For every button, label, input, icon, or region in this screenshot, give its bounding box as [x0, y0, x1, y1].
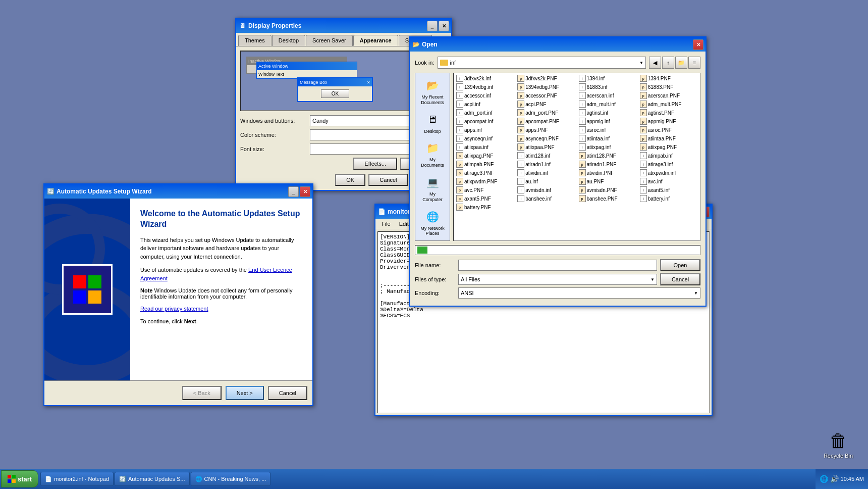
list-item[interactable]: iatimpab.inf [638, 152, 699, 160]
list-item[interactable]: pacpi.PNF [516, 100, 576, 108]
files-of-type-combo[interactable]: All Files [458, 274, 657, 285]
open-dialog-close-btn[interactable]: ✕ [693, 39, 703, 50]
cancel-btn[interactable]: Cancel [660, 273, 700, 285]
look-in-combo[interactable]: inf [438, 57, 646, 69]
sidebar-network-places[interactable]: 🌐 My NetworkPlaces [415, 207, 450, 239]
list-item[interactable]: iagtinst.inf [577, 109, 638, 117]
list-item[interactable]: iatividin.inf [516, 169, 576, 177]
updates-close-btn[interactable]: ✕ [300, 186, 310, 197]
list-item[interactable]: p3dfxvs2k.PNF [516, 74, 576, 82]
list-item[interactable]: iavmisdn.inf [516, 186, 576, 194]
sidebar-my-computer[interactable]: 💻 MyComputer [415, 172, 450, 205]
list-item[interactable]: padm_mult.PNF [638, 100, 699, 108]
back-nav-btn[interactable]: ◀ [649, 57, 661, 69]
list-item[interactable]: patiintaa.PNF [638, 134, 699, 142]
list-item[interactable]: pau.PNF [577, 177, 638, 185]
list-item[interactable]: pappmig.PNF [638, 117, 699, 125]
filename-input[interactable] [458, 260, 657, 271]
tab-screensaver[interactable]: Screen Saver [306, 35, 353, 46]
list-item[interactable]: pacerscan.PNF [638, 91, 699, 100]
display-minimize-btn[interactable]: _ [427, 21, 438, 31]
list-item[interactable]: iatim128.inf [516, 152, 576, 160]
list-item[interactable]: p1394vdbg.PNF [516, 83, 576, 91]
list-item[interactable]: iavc.inf [638, 177, 699, 185]
list-item[interactable]: i3dfxvs2k.inf [455, 74, 515, 82]
list-item[interactable]: papcompat.PNF [516, 117, 576, 125]
list-item[interactable]: padm_port.PNF [516, 109, 576, 117]
list-item[interactable]: iasynceqn.inf [455, 134, 515, 142]
list-item[interactable]: iatiixpaa.inf [455, 143, 515, 151]
list-item[interactable]: i1394.inf [577, 74, 638, 82]
taskbar-item-notepad[interactable]: 📄 monitor2.inf - Notepad [40, 472, 114, 486]
recycle-bin[interactable]: 🗑 Recycle Bin [824, 430, 853, 459]
list-item[interactable]: patiixpaa.PNF [516, 143, 576, 151]
privacy-link[interactable]: Read our privacy statement [140, 306, 208, 312]
list-item[interactable]: iaccessor.inf [455, 91, 515, 100]
new-folder-btn[interactable]: 📁 [675, 57, 687, 69]
up-nav-btn[interactable]: ↑ [662, 57, 674, 69]
list-item[interactable]: pasynceqn.PNF [516, 134, 576, 142]
list-item[interactable]: patiixpag.PNF [638, 143, 699, 151]
list-item[interactable]: pavmisdn.PNF [577, 186, 638, 194]
display-close-btn[interactable]: ✕ [439, 21, 449, 31]
list-item[interactable]: patividin.PNF [577, 169, 638, 177]
encoding-combo[interactable]: ANSI [458, 287, 700, 299]
list-item[interactable]: pbanshee.PNF [577, 194, 638, 203]
updates-wizard-titlebar[interactable]: 🔄 Automatic Updates Setup Wizard _ ✕ [44, 184, 312, 199]
list-item[interactable]: p1394.PNF [638, 74, 699, 82]
msg-ok-btn[interactable]: OK [321, 89, 349, 98]
list-item[interactable]: iau.inf [516, 177, 576, 185]
list-item[interactable]: iatiradn1.inf [516, 160, 576, 168]
back-btn[interactable]: < Back [182, 386, 222, 400]
taskbar-item-updates[interactable]: 🔄 Automatic Updates S... [115, 472, 190, 486]
list-item[interactable]: iadm_mult.inf [577, 100, 638, 108]
sidebar-my-docs[interactable]: 📁 MyDocuments [415, 138, 450, 170]
list-item[interactable]: paccessor.PNF [516, 91, 576, 100]
tab-themes[interactable]: Themes [238, 35, 272, 46]
list-item[interactable]: iappmig.inf [577, 117, 638, 125]
display-cancel-btn[interactable]: Cancel [368, 174, 408, 186]
effects-btn[interactable]: Effects... [353, 158, 397, 170]
list-item[interactable]: iadm_port.inf [455, 109, 515, 117]
list-item[interactable]: ibanshee.inf [516, 194, 576, 203]
list-item[interactable]: iapps.inf [455, 126, 515, 134]
sidebar-recent-docs[interactable]: 📂 My RecentDocuments [415, 75, 450, 108]
display-props-titlebar[interactable]: 🖥 Display Properties _ ✕ [236, 19, 451, 33]
tab-desktop[interactable]: Desktop [272, 35, 305, 46]
taskbar-item-cnn[interactable]: 🌐 CNN - Breaking News, ... [191, 472, 271, 486]
list-item[interactable]: pasroc.PNF [638, 126, 699, 134]
list-item[interactable]: iaxant5.inf [638, 186, 699, 194]
list-item[interactable]: iacpi.inf [455, 100, 515, 108]
list-item[interactable]: patiradn1.PNF [577, 160, 638, 168]
list-item[interactable]: iatiixpag.inf [577, 143, 638, 151]
list-item[interactable]: pbattery.PNF [455, 203, 515, 211]
list-item[interactable]: p61883.PNF [638, 83, 699, 91]
list-item[interactable]: iacerscan.inf [577, 91, 638, 100]
open-dialog-titlebar[interactable]: 📂 Open ✕ [410, 37, 706, 52]
list-item[interactable]: patiixpag.PNF [455, 152, 515, 160]
list-item[interactable]: i1394vdbg.inf [455, 83, 515, 91]
list-item[interactable]: pagtinst.PNF [638, 109, 699, 117]
list-item[interactable]: paxant5.PNF [455, 194, 515, 203]
tab-appearance[interactable]: Appearance [353, 35, 398, 46]
views-btn[interactable]: ≡ [688, 57, 700, 69]
list-item[interactable]: patim128.PNF [577, 152, 638, 160]
list-item[interactable]: patirage3.PNF [455, 169, 515, 177]
display-ok-btn[interactable]: OK [335, 174, 365, 186]
list-item[interactable]: patimpab.PNF [455, 160, 515, 168]
list-item[interactable]: iasroc.inf [577, 126, 638, 134]
list-item[interactable]: pavc.PNF [455, 186, 515, 194]
open-btn[interactable]: Open [660, 259, 700, 271]
list-item[interactable]: papps.PNF [516, 126, 576, 134]
start-button[interactable]: start [1, 470, 38, 487]
sidebar-desktop[interactable]: 🖥 Desktop [415, 110, 450, 136]
notepad-menu-file[interactable]: File [377, 220, 395, 228]
list-item[interactable]: i61883.inf [577, 83, 638, 91]
list-item[interactable]: iapcompat.inf [455, 117, 515, 125]
wizard-cancel-btn[interactable]: Cancel [268, 386, 307, 400]
list-item[interactable]: iatixpwdm.inf [638, 169, 699, 177]
list-item[interactable]: iatirage3.inf [638, 160, 699, 168]
list-item[interactable]: patixpwdm.PNF [455, 177, 515, 185]
updates-minimize-btn[interactable]: _ [288, 186, 299, 197]
list-item[interactable]: ibattery.inf [638, 194, 699, 203]
